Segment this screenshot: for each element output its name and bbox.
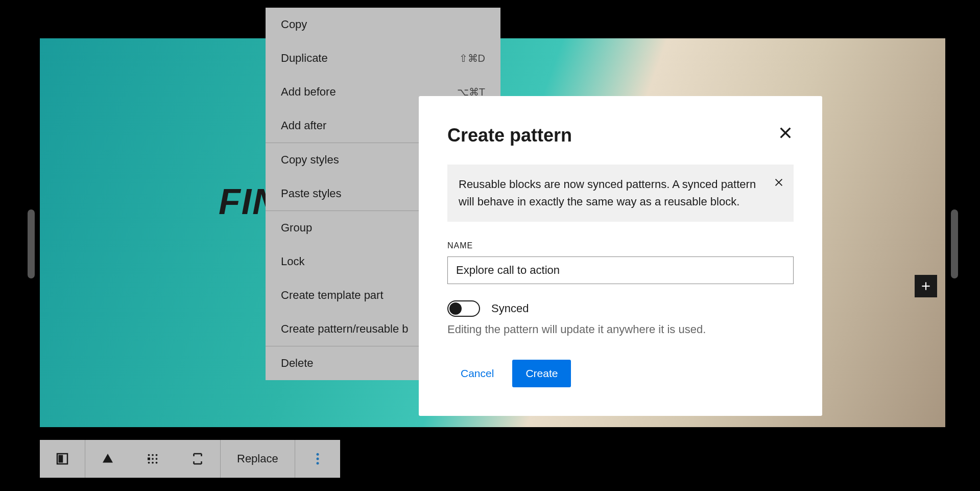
fullheight-button[interactable]	[175, 440, 220, 478]
svg-point-14	[316, 458, 319, 460]
fullheight-icon	[190, 451, 205, 466]
notice-dismiss-button[interactable]	[773, 176, 784, 193]
cancel-button[interactable]: Cancel	[447, 360, 507, 387]
svg-point-5	[152, 454, 154, 456]
svg-point-10	[148, 462, 150, 464]
menu-label: Copy	[281, 18, 307, 31]
synced-toggle[interactable]	[447, 300, 480, 317]
block-type-button[interactable]	[40, 440, 85, 478]
menu-item-duplicate[interactable]: Duplicate ⇧⌘D	[266, 41, 500, 75]
menu-label: Lock	[281, 255, 304, 268]
more-vertical-icon	[310, 451, 325, 466]
info-notice: Reusable blocks are now synced patterns.…	[447, 165, 794, 222]
svg-point-9	[156, 458, 158, 460]
add-block-button[interactable]	[915, 275, 937, 297]
menu-item-copy[interactable]: Copy	[266, 8, 500, 41]
align-icon	[100, 451, 115, 466]
svg-point-11	[152, 462, 154, 464]
menu-label: Copy styles	[281, 153, 339, 167]
create-button[interactable]: Create	[512, 360, 571, 387]
create-pattern-modal: Create pattern Reusable blocks are now s…	[419, 96, 822, 416]
svg-point-15	[316, 462, 319, 464]
svg-rect-3	[59, 456, 62, 462]
resize-handle-left[interactable]	[28, 209, 35, 278]
more-options-button[interactable]	[295, 440, 340, 478]
svg-point-8	[152, 458, 154, 460]
block-toolbar: Replace	[40, 440, 340, 478]
menu-label: Group	[281, 221, 312, 235]
menu-shortcut: ⇧⌘D	[459, 52, 485, 64]
replace-button[interactable]: Replace	[221, 440, 295, 478]
menu-label: Delete	[281, 357, 314, 370]
menu-label: Duplicate	[281, 52, 328, 65]
menu-label: Create pattern/reusable b	[281, 322, 409, 336]
svg-point-13	[316, 453, 319, 456]
name-label: NAME	[447, 241, 794, 250]
svg-point-4	[148, 454, 150, 456]
cover-block-icon	[55, 451, 70, 466]
svg-point-6	[156, 454, 158, 456]
content-position-button[interactable]	[130, 440, 175, 478]
menu-label: Paste styles	[281, 187, 342, 200]
plus-icon	[919, 279, 933, 293]
toggle-knob	[449, 302, 462, 315]
pattern-name-input[interactable]	[447, 256, 794, 284]
close-icon	[777, 125, 794, 141]
synced-label: Synced	[491, 302, 529, 315]
modal-close-button[interactable]	[777, 125, 794, 143]
menu-label: Add before	[281, 85, 336, 99]
svg-rect-7	[148, 458, 150, 460]
close-icon	[773, 177, 784, 188]
synced-help-text: Editing the pattern will update it anywh…	[447, 323, 794, 336]
menu-label: Add after	[281, 119, 326, 132]
resize-handle-right[interactable]	[951, 209, 958, 278]
menu-label: Create template part	[281, 289, 384, 302]
notice-text: Reusable blocks are now synced patterns.…	[459, 178, 756, 208]
grid-position-icon	[145, 451, 160, 466]
alignment-button[interactable]	[85, 440, 130, 478]
svg-point-12	[156, 462, 158, 464]
modal-title: Create pattern	[447, 125, 572, 146]
